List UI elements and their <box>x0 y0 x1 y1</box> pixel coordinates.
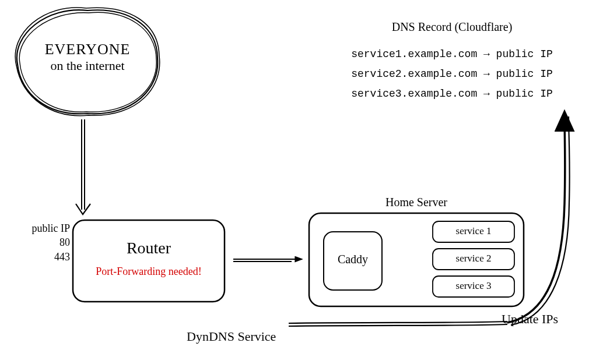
arrow-internet-to-router <box>76 119 90 214</box>
dns-section: DNS Record (Cloudflare) service1.example… <box>327 20 577 104</box>
cloud-line1: EVERYONE <box>26 41 149 58</box>
router-port2: 443 <box>17 250 70 264</box>
dns-record-2: service2.example.com → public IP <box>327 64 577 84</box>
home-server-title: Home Server <box>309 196 524 209</box>
dns-record-1: service1.example.com → public IP <box>327 44 577 64</box>
dns-record-3: service3.example.com → public IP <box>327 84 577 104</box>
service-3-label: service 3 <box>433 280 514 292</box>
router-note: Port-Forwarding needed! <box>73 266 225 278</box>
cloud-line2: on the internet <box>26 58 149 73</box>
router-port1: 80 <box>17 235 70 249</box>
router-ip-label: public IP 80 443 <box>17 221 70 264</box>
router-iplabel: public IP <box>17 221 70 235</box>
dns-heading: DNS Record (Cloudflare) <box>327 20 577 34</box>
dyndns-line <box>289 321 507 326</box>
caddy-label: Caddy <box>324 253 382 266</box>
service-1-label: service 1 <box>433 225 514 237</box>
arrow-update-ips <box>507 115 570 325</box>
cloud-text: EVERYONE on the internet <box>26 41 149 73</box>
arrow-router-to-server <box>233 259 302 261</box>
router-title: Router <box>73 239 225 257</box>
router-content: Router Port-Forwarding needed! <box>73 239 225 278</box>
service-2-label: service 2 <box>433 253 514 264</box>
update-ips-label: Update IPs <box>502 312 558 327</box>
dyndns-label: DynDNS Service <box>187 329 276 344</box>
